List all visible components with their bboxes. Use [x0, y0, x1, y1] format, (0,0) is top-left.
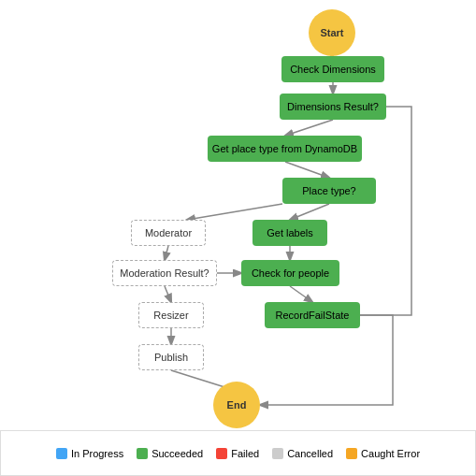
svg-line-8: [290, 286, 312, 302]
legend-caught-error: Caught Error: [346, 448, 420, 459]
end-node: End: [213, 382, 260, 428]
get-labels-node: Get labels: [252, 220, 327, 246]
dimensions-result-node: Dimensions Result?: [280, 94, 386, 120]
svg-line-6: [165, 246, 168, 260]
moderator-node: Moderator: [131, 220, 206, 246]
succeeded-label: Succeeded: [151, 448, 203, 459]
svg-line-9: [165, 286, 171, 302]
check-for-people-node: Check for people: [241, 260, 339, 286]
svg-line-3: [285, 162, 329, 178]
start-node: Start: [309, 9, 355, 56]
in-progress-label: In Progress: [71, 448, 123, 459]
diagram-area: Start Check Dimensions Dimensions Result…: [0, 0, 476, 430]
in-progress-dot: [56, 448, 67, 459]
caught-error-label: Caught Error: [361, 448, 420, 459]
check-dimensions-node: Check Dimensions: [281, 56, 384, 82]
failed-dot: [216, 448, 227, 459]
legend-succeeded: Succeeded: [137, 448, 203, 459]
get-place-type-node: Get place type from DynamoDB: [208, 136, 362, 162]
succeeded-dot: [137, 448, 148, 459]
publish-node: Publish: [138, 344, 204, 370]
svg-line-5: [187, 204, 282, 220]
legend: In Progress Succeeded Failed Cancelled C…: [0, 430, 476, 476]
svg-line-4: [290, 204, 329, 220]
legend-failed: Failed: [216, 448, 259, 459]
cancelled-dot: [272, 448, 283, 459]
place-type-node: Place type?: [282, 178, 376, 204]
moderation-result-node: Moderation Result?: [112, 260, 217, 286]
caught-error-dot: [346, 448, 357, 459]
svg-line-2: [285, 120, 333, 136]
flow-svg: [0, 0, 476, 430]
failed-label: Failed: [231, 448, 259, 459]
cancelled-label: Cancelled: [287, 448, 333, 459]
record-fail-state-node: RecordFailState: [265, 302, 360, 328]
legend-cancelled: Cancelled: [272, 448, 333, 459]
resizer-node: Resizer: [138, 302, 204, 328]
legend-in-progress: In Progress: [56, 448, 123, 459]
